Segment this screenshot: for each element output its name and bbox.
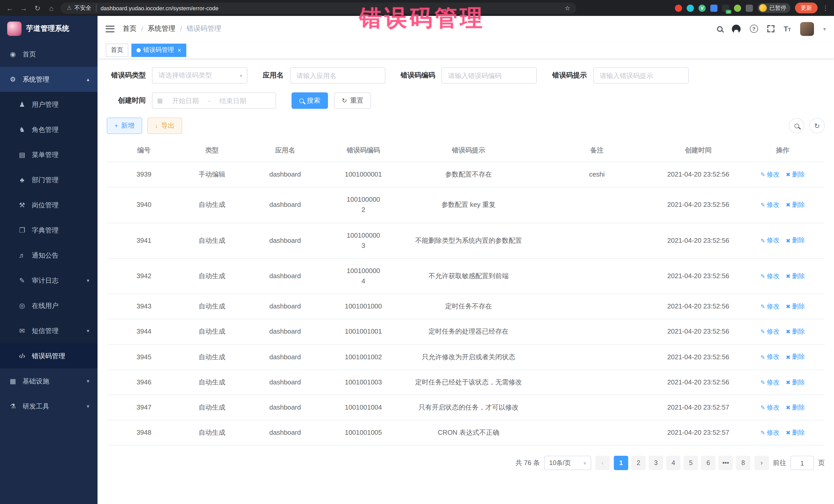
tab-1[interactable]: 错误码管理× — [131, 43, 186, 57]
edit-link[interactable]: ✎修改 — [761, 170, 780, 180]
plus-icon: + — [114, 122, 118, 129]
profile-avatar-icon — [759, 4, 767, 12]
search-icon[interactable] — [717, 26, 723, 31]
delete-link[interactable]: ✖删除 — [786, 236, 805, 246]
bookmark-star-icon[interactable]: ☆ — [565, 4, 570, 12]
edit-link[interactable]: ✎修改 — [761, 236, 780, 246]
help-icon[interactable]: ? — [750, 25, 758, 33]
breadcrumb-item[interactable]: 系统管理 — [148, 24, 176, 34]
edit-link[interactable]: ✎修改 — [761, 327, 780, 337]
delete-link[interactable]: ✖删除 — [786, 170, 805, 180]
search-button[interactable]: 搜索 — [291, 92, 328, 109]
sidebar-subitem-1-6[interactable]: ♬通知公告 — [0, 243, 97, 268]
error-type-select[interactable]: 请选择错误码类型 ▾ — [152, 67, 247, 84]
app-frame: 芋道管理系统 ◉首页⚙系统管理▴♟用户管理♞角色管理▤菜单管理♣部门管理⚒岗位管… — [0, 16, 834, 504]
breadcrumb-item[interactable]: 首页 — [123, 24, 136, 34]
tab-0[interactable]: 首页 — [106, 43, 128, 57]
breadcrumb-item[interactable]: 错误码管理 — [186, 24, 221, 34]
sidebar-item-2[interactable]: ▦基础设施▾ — [0, 369, 97, 394]
sidebar-subitem-1-0[interactable]: ♟用户管理 — [0, 92, 97, 117]
edit-link[interactable]: ✎修改 — [761, 302, 780, 312]
font-size-icon[interactable]: TT — [784, 24, 791, 34]
back-icon[interactable]: ← — [5, 4, 14, 12]
browser-menu-icon[interactable]: ⋮ — [822, 4, 829, 12]
date-range-picker[interactable]: ▦ - — [152, 92, 276, 109]
sidebar-subitem-1-9[interactable]: ✉短信管理▾ — [0, 318, 97, 343]
ext-vue-icon[interactable]: V — [699, 4, 706, 12]
security-chip[interactable]: ⚠ 不安全 — [67, 4, 96, 12]
next-page-button[interactable]: › — [754, 456, 769, 470]
edit-link[interactable]: ✎修改 — [761, 352, 780, 363]
refresh-table-button[interactable]: ↻ — [809, 118, 825, 133]
app-logo-row[interactable]: 芋道管理系统 — [0, 16, 97, 42]
ext-red-icon[interactable] — [675, 4, 682, 12]
delete-link[interactable]: ✖删除 — [786, 352, 805, 363]
ext-grid-icon[interactable] — [710, 4, 718, 12]
reset-button[interactable]: ↻ 重置 — [334, 92, 371, 109]
edit-link[interactable]: ✎修改 — [761, 403, 780, 413]
cell-app: dashboard — [243, 258, 327, 294]
page-button-3[interactable]: 3 — [649, 456, 663, 470]
extensions-puzzle-icon[interactable] — [746, 4, 753, 12]
more-pages-button[interactable]: ••• — [719, 456, 733, 470]
goto-page-input[interactable] — [790, 456, 814, 470]
page-button-1[interactable]: 1 — [614, 456, 628, 470]
delete-link[interactable]: ✖删除 — [786, 428, 805, 438]
delete-link[interactable]: ✖删除 — [786, 403, 805, 413]
fullscreen-icon[interactable] — [767, 25, 774, 32]
sidebar-subitem-1-1[interactable]: ♞角色管理 — [0, 117, 97, 142]
sidebar-subitem-1-5[interactable]: ❐字典管理 — [0, 218, 97, 243]
edit-link[interactable]: ✎修改 — [761, 200, 780, 210]
user-avatar[interactable] — [800, 22, 814, 36]
end-date-input[interactable] — [213, 97, 252, 105]
ext-dropper-icon[interactable] — [687, 4, 694, 12]
sidebar-subitem-1-4[interactable]: ⚒岗位管理 — [0, 193, 97, 218]
sidebar-subitem-1-10[interactable]: ‹/›错误码管理 — [0, 343, 97, 369]
add-button[interactable]: + 新增 — [107, 117, 142, 134]
collapse-sidebar-icon[interactable] — [106, 25, 114, 32]
delete-link[interactable]: ✖删除 — [786, 271, 805, 281]
delete-link[interactable]: ✖删除 — [786, 377, 805, 388]
github-icon[interactable] — [732, 24, 741, 33]
delete-link[interactable]: ✖删除 — [786, 302, 805, 312]
edit-link[interactable]: ✎修改 — [761, 428, 780, 438]
app-name-input[interactable] — [290, 67, 385, 84]
sidebar-subitem-1-3[interactable]: ♣部门管理 — [0, 167, 97, 193]
sidebar-subitem-1-2[interactable]: ▤菜单管理 — [0, 142, 97, 167]
home-icon[interactable]: ⌂ — [47, 4, 56, 12]
page-button-4[interactable]: 4 — [666, 456, 681, 470]
sidebar-item-3[interactable]: ⚗研发工具▾ — [0, 394, 97, 419]
page-button-2[interactable]: 2 — [631, 456, 646, 470]
edit-link[interactable]: ✎修改 — [761, 271, 780, 281]
export-button[interactable]: ↓ 导出 — [147, 117, 182, 134]
error-message-input[interactable] — [593, 67, 688, 84]
start-date-input[interactable] — [166, 97, 205, 105]
edit-link[interactable]: ✎修改 — [761, 377, 780, 388]
sidebar-item-label: 角色管理 — [32, 125, 89, 134]
sidebar-item-label: 菜单管理 — [32, 150, 89, 159]
sidebar-item-0[interactable]: ◉首页 — [0, 42, 97, 67]
chevron-down-icon: ▾ — [87, 328, 89, 334]
sidebar-subitem-1-8[interactable]: ◎在线用户 — [0, 293, 97, 318]
chevron-down-icon[interactable]: ▾ — [823, 26, 826, 31]
sidebar-subitem-1-7[interactable]: ✎审计日志▾ — [0, 268, 97, 293]
prev-page-button[interactable]: ‹ — [595, 456, 610, 470]
page-button-6[interactable]: 6 — [701, 456, 716, 470]
ext-tampermonkey-icon[interactable]: on — [722, 4, 729, 12]
delete-link[interactable]: ✖删除 — [786, 327, 805, 337]
page-size-select[interactable]: 10条/页 ▾ — [544, 456, 591, 470]
error-code-input[interactable] — [441, 67, 537, 84]
reload-icon[interactable]: ↻ — [33, 4, 42, 12]
page-button-8[interactable]: 8 — [736, 456, 750, 470]
close-icon[interactable]: × — [178, 46, 181, 53]
update-button[interactable]: 更新 — [795, 3, 817, 13]
profile-chip[interactable]: 已暂停 — [758, 3, 790, 13]
ext-leaf-icon[interactable] — [734, 4, 741, 12]
page-button-5[interactable]: 5 — [684, 456, 698, 470]
forward-icon[interactable]: → — [19, 4, 28, 12]
sidebar-item-1[interactable]: ⚙系统管理▴ — [0, 67, 97, 92]
vue-v-glyph: V — [699, 4, 706, 12]
show-search-button[interactable] — [789, 118, 804, 133]
delete-link[interactable]: ✖删除 — [786, 200, 805, 210]
address-bar[interactable]: ⚠ 不安全 dashboard.yudao.iocoder.cn/system/… — [61, 2, 576, 14]
